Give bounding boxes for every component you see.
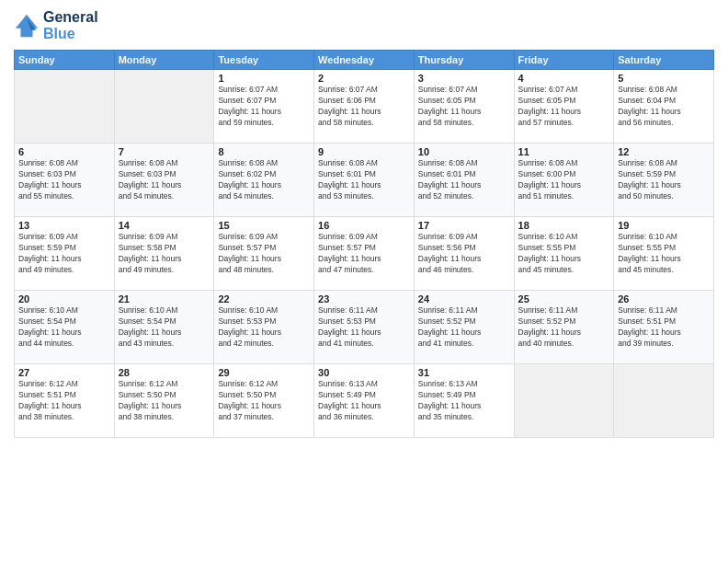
calendar-cell [614,364,714,438]
day-number: 26 [618,293,710,304]
calendar-cell: 25Sunrise: 6:11 AM Sunset: 5:52 PM Dayli… [514,291,614,364]
weekday-header-friday: Friday [514,51,614,70]
logo-icon [14,13,40,39]
day-number: 6 [18,146,110,157]
day-info: Sunrise: 6:08 AM Sunset: 6:00 PM Dayligh… [518,158,610,202]
day-info: Sunrise: 6:08 AM Sunset: 6:04 PM Dayligh… [618,85,710,129]
calendar-cell: 16Sunrise: 6:09 AM Sunset: 5:57 PM Dayli… [314,217,415,291]
day-info: Sunrise: 6:11 AM Sunset: 5:53 PM Dayligh… [318,305,410,350]
day-number: 7 [119,146,210,157]
calendar-cell: 15Sunrise: 6:09 AM Sunset: 5:57 PM Dayli… [214,217,314,291]
week-row-1: 1Sunrise: 6:07 AM Sunset: 6:07 PM Daylig… [15,70,714,144]
day-info: Sunrise: 6:07 AM Sunset: 6:06 PM Dayligh… [318,85,410,129]
calendar-cell: 27Sunrise: 6:12 AM Sunset: 5:51 PM Dayli… [15,364,115,438]
day-number: 5 [618,73,710,84]
weekday-header-tuesday: Tuesday [214,51,314,70]
calendar-cell: 11Sunrise: 6:08 AM Sunset: 6:00 PM Dayli… [514,144,614,217]
svg-marker-0 [16,15,38,37]
day-number: 10 [418,146,510,157]
day-number: 29 [218,367,310,378]
day-info: Sunrise: 6:08 AM Sunset: 6:02 PM Dayligh… [218,158,310,202]
week-row-2: 6Sunrise: 6:08 AM Sunset: 6:03 PM Daylig… [15,144,714,217]
day-number: 15 [218,220,310,231]
calendar-cell: 23Sunrise: 6:11 AM Sunset: 5:53 PM Dayli… [314,291,415,364]
calendar-cell: 5Sunrise: 6:08 AM Sunset: 6:04 PM Daylig… [614,70,714,144]
calendar-container: General Blue SundayMondayTuesdayWednesda… [0,0,728,563]
calendar-cell: 2Sunrise: 6:07 AM Sunset: 6:06 PM Daylig… [314,70,415,144]
weekday-row: SundayMondayTuesdayWednesdayThursdayFrid… [15,51,714,70]
day-number: 18 [518,220,610,231]
calendar-cell: 31Sunrise: 6:13 AM Sunset: 5:49 PM Dayli… [414,364,514,438]
week-row-3: 13Sunrise: 6:09 AM Sunset: 5:59 PM Dayli… [15,217,714,291]
day-number: 25 [518,293,610,304]
week-row-5: 27Sunrise: 6:12 AM Sunset: 5:51 PM Dayli… [15,364,714,438]
calendar-cell: 22Sunrise: 6:10 AM Sunset: 5:53 PM Dayli… [214,291,314,364]
day-number: 11 [518,146,610,157]
calendar-cell [15,70,115,144]
day-info: Sunrise: 6:07 AM Sunset: 6:07 PM Dayligh… [218,85,310,129]
calendar-cell: 30Sunrise: 6:13 AM Sunset: 5:49 PM Dayli… [314,364,415,438]
calendar-cell: 10Sunrise: 6:08 AM Sunset: 6:01 PM Dayli… [414,144,514,217]
logo-text: General Blue [43,9,98,42]
calendar-cell: 7Sunrise: 6:08 AM Sunset: 6:03 PM Daylig… [114,144,214,217]
day-number: 21 [119,293,210,304]
day-number: 3 [418,73,510,84]
day-info: Sunrise: 6:09 AM Sunset: 5:58 PM Dayligh… [119,232,210,276]
calendar-cell: 3Sunrise: 6:07 AM Sunset: 6:05 PM Daylig… [414,70,514,144]
calendar-table: SundayMondayTuesdayWednesdayThursdayFrid… [14,50,714,438]
day-number: 22 [218,293,310,304]
day-info: Sunrise: 6:09 AM Sunset: 5:57 PM Dayligh… [218,232,310,276]
day-number: 14 [119,220,210,231]
calendar-cell: 8Sunrise: 6:08 AM Sunset: 6:02 PM Daylig… [214,144,314,217]
calendar-cell: 21Sunrise: 6:10 AM Sunset: 5:54 PM Dayli… [114,291,214,364]
calendar-cell [514,364,614,438]
day-number: 31 [418,367,510,378]
day-number: 2 [318,73,410,84]
calendar-cell: 29Sunrise: 6:12 AM Sunset: 5:50 PM Dayli… [214,364,314,438]
day-number: 4 [518,73,610,84]
day-info: Sunrise: 6:09 AM Sunset: 5:57 PM Dayligh… [318,232,410,276]
logo: General Blue [14,9,98,42]
day-number: 9 [318,146,410,157]
header: General Blue [14,9,714,42]
calendar-cell [114,70,214,144]
day-number: 17 [418,220,510,231]
day-info: Sunrise: 6:11 AM Sunset: 5:52 PM Dayligh… [418,305,510,350]
day-info: Sunrise: 6:08 AM Sunset: 6:03 PM Dayligh… [119,158,210,202]
calendar-cell: 20Sunrise: 6:10 AM Sunset: 5:54 PM Dayli… [15,291,115,364]
weekday-header-thursday: Thursday [414,51,514,70]
day-number: 19 [618,220,710,231]
day-number: 27 [18,367,110,378]
day-info: Sunrise: 6:09 AM Sunset: 5:56 PM Dayligh… [418,232,510,276]
day-info: Sunrise: 6:12 AM Sunset: 5:50 PM Dayligh… [218,379,310,423]
calendar-cell: 14Sunrise: 6:09 AM Sunset: 5:58 PM Dayli… [114,217,214,291]
day-info: Sunrise: 6:12 AM Sunset: 5:50 PM Dayligh… [119,379,210,423]
calendar-cell: 4Sunrise: 6:07 AM Sunset: 6:05 PM Daylig… [514,70,614,144]
calendar-cell: 26Sunrise: 6:11 AM Sunset: 5:51 PM Dayli… [614,291,714,364]
weekday-header-wednesday: Wednesday [314,51,415,70]
day-info: Sunrise: 6:12 AM Sunset: 5:51 PM Dayligh… [18,379,110,423]
calendar-cell: 6Sunrise: 6:08 AM Sunset: 6:03 PM Daylig… [15,144,115,217]
day-info: Sunrise: 6:10 AM Sunset: 5:55 PM Dayligh… [518,232,610,276]
weekday-header-saturday: Saturday [614,51,714,70]
day-info: Sunrise: 6:08 AM Sunset: 6:03 PM Dayligh… [18,158,110,202]
calendar-cell: 1Sunrise: 6:07 AM Sunset: 6:07 PM Daylig… [214,70,314,144]
day-info: Sunrise: 6:11 AM Sunset: 5:52 PM Dayligh… [518,305,610,350]
day-number: 13 [18,220,110,231]
day-number: 24 [418,293,510,304]
calendar-cell: 17Sunrise: 6:09 AM Sunset: 5:56 PM Dayli… [414,217,514,291]
calendar-cell: 24Sunrise: 6:11 AM Sunset: 5:52 PM Dayli… [414,291,514,364]
day-number: 20 [18,293,110,304]
day-number: 16 [318,220,410,231]
day-number: 8 [218,146,310,157]
day-number: 23 [318,293,410,304]
calendar-cell: 19Sunrise: 6:10 AM Sunset: 5:55 PM Dayli… [614,217,714,291]
day-info: Sunrise: 6:07 AM Sunset: 6:05 PM Dayligh… [418,85,510,129]
day-number: 1 [218,73,310,84]
day-info: Sunrise: 6:10 AM Sunset: 5:54 PM Dayligh… [119,305,210,350]
day-info: Sunrise: 6:13 AM Sunset: 5:49 PM Dayligh… [318,379,410,423]
day-info: Sunrise: 6:11 AM Sunset: 5:51 PM Dayligh… [618,305,710,350]
calendar-body: 1Sunrise: 6:07 AM Sunset: 6:07 PM Daylig… [15,70,714,438]
week-row-4: 20Sunrise: 6:10 AM Sunset: 5:54 PM Dayli… [15,291,714,364]
calendar-cell: 9Sunrise: 6:08 AM Sunset: 6:01 PM Daylig… [314,144,415,217]
